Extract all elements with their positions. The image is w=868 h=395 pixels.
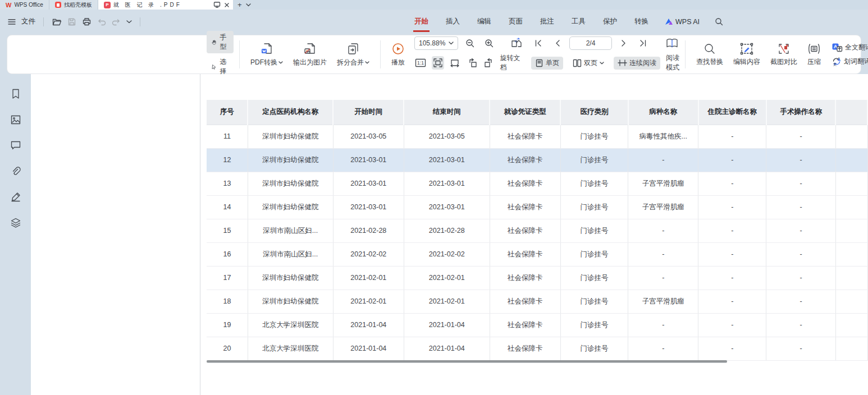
undo-button[interactable]	[97, 18, 106, 26]
table-row[interactable]: 16深圳市南山区妇...2021-02-022021-02-02社会保障卡门诊挂…	[207, 242, 867, 266]
quickbar-chevron-icon[interactable]	[126, 20, 132, 24]
screenshot-compare-button[interactable]: 截图对比	[765, 43, 802, 67]
ribbon-tab-page[interactable]: 页面	[508, 15, 524, 29]
table-cell	[835, 290, 867, 313]
table-cell: 11	[207, 125, 248, 148]
table-cell: 19	[207, 313, 248, 337]
zoom-in-button[interactable]	[482, 36, 496, 50]
ribbon-tab-insert[interactable]: 插入	[445, 15, 461, 29]
column-header: 住院主诊断名称	[698, 100, 766, 125]
compress-button[interactable]: 压缩	[802, 43, 826, 67]
pdf-convert-button[interactable]: PDF转换	[245, 42, 288, 67]
rotate-right-button[interactable]	[483, 56, 496, 70]
split-merge-button[interactable]: 拆分合并	[332, 42, 374, 67]
wps-ai-button[interactable]: WPS AI	[665, 18, 700, 26]
tab-list-chevron-icon[interactable]	[246, 3, 251, 7]
document-page[interactable]: 序号定点医药机构名称开始时间结束时间就诊凭证类型医疗类别病种名称住院主诊断名称手…	[200, 74, 868, 395]
read-mode-label[interactable]: 阅读模式	[666, 53, 679, 72]
file-menu[interactable]: 文件	[21, 17, 35, 26]
export-image-button[interactable]: 输出为图片	[288, 42, 332, 67]
split-merge-icon	[346, 42, 360, 56]
continuous-read-icon	[618, 59, 627, 67]
ribbon-search-icon[interactable]	[715, 17, 723, 26]
layers-panel-button[interactable]	[8, 215, 23, 230]
svg-text:A: A	[838, 58, 840, 62]
new-tab-button[interactable]: +	[237, 1, 242, 8]
table-row[interactable]: 19北京大学深圳医院2021-01-042021-01-04社会保障卡门诊挂号-…	[207, 313, 867, 337]
table-cell: -	[698, 219, 766, 242]
ribbon-tab-tools[interactable]: 工具	[570, 15, 587, 29]
bookmarks-panel-button[interactable]	[8, 86, 23, 101]
play-button[interactable]: 播放	[386, 42, 410, 67]
table-cell: 深圳市南山区妇...	[248, 242, 333, 266]
page-indicator-value: 2/4	[586, 39, 596, 47]
pdf-convert-label: PDF转换	[250, 58, 277, 67]
previous-page-button[interactable]	[550, 36, 565, 50]
comments-panel-button[interactable]	[8, 138, 23, 153]
table-cell: 社会保障卡	[490, 219, 560, 242]
next-page-button[interactable]	[616, 36, 631, 50]
single-page-button[interactable]: 单页	[531, 57, 563, 70]
print-button[interactable]	[82, 17, 92, 26]
full-translate-button[interactable]: A 全文翻译	[832, 43, 868, 52]
table-cell: 20	[207, 337, 248, 360]
tab-wps-office[interactable]: W WPS Office	[0, 0, 49, 10]
table-row[interactable]: 11深圳市妇幼保健院2021-03-052021-03-05社会保障卡门诊挂号病…	[207, 125, 867, 148]
signature-panel-button[interactable]	[8, 190, 23, 204]
word-translate-button[interactable]: 文A 划词翻译	[832, 57, 868, 66]
fit-page-button[interactable]	[432, 56, 445, 70]
rotate-left-button[interactable]	[466, 56, 479, 70]
table-row[interactable]: 20北京大学深圳医院2021-01-042021-01-04社会保障卡门诊挂号-…	[207, 337, 867, 360]
find-replace-button[interactable]: 查找替换	[691, 43, 728, 67]
table-cell: -	[628, 313, 698, 337]
select-tool-label: 选择	[220, 57, 229, 76]
save-button[interactable]	[67, 17, 76, 26]
ribbon-tab-edit[interactable]: 编辑	[476, 15, 492, 29]
thumbnails-panel-button[interactable]	[8, 112, 23, 127]
first-page-button[interactable]	[531, 36, 546, 50]
redo-button[interactable]	[112, 18, 121, 26]
column-header	[835, 100, 867, 125]
fit-width-button[interactable]	[449, 56, 462, 70]
svg-text:1:1: 1:1	[417, 60, 424, 66]
chevron-down-icon	[600, 62, 604, 65]
ribbon-tab-convert[interactable]: 转换	[633, 15, 650, 29]
double-page-button[interactable]: 双页	[569, 57, 608, 70]
table-row[interactable]: 14深圳市妇幼保健院2021-03-012021-03-01社会保障卡门诊挂号子…	[207, 195, 867, 219]
attachments-panel-button[interactable]	[8, 164, 23, 178]
table-row[interactable]: 15深圳市南山区妇...2021-02-282021-02-28社会保障卡门诊挂…	[207, 219, 867, 242]
ribbon-tab-protect[interactable]: 保护	[602, 15, 618, 29]
open-file-button[interactable]	[52, 17, 62, 26]
signature-pen-icon	[11, 192, 21, 202]
ribbon-tab-home[interactable]: 开始	[413, 15, 430, 29]
rotate-document-label[interactable]: 旋转文档	[500, 53, 524, 72]
edit-content-button[interactable]: 编辑内容	[728, 43, 765, 67]
detach-window-icon[interactable]	[213, 2, 221, 8]
tab-docer-template[interactable]: 找稻壳模板	[49, 0, 98, 10]
hamburger-menu-icon[interactable]	[8, 19, 16, 25]
full-translate-label: 全文翻译	[845, 43, 868, 52]
zoom-level-select[interactable]: 105.88%	[414, 36, 458, 50]
hand-tool-button[interactable]: 手型	[207, 31, 234, 53]
table-cell: 2021-03-01	[404, 172, 490, 195]
zoom-out-button[interactable]	[463, 36, 477, 50]
table-cell: 15	[207, 219, 248, 242]
table-cell	[835, 313, 867, 337]
read-mode-icon-button[interactable]	[665, 36, 679, 50]
ribbon-tab-comment[interactable]: 批注	[539, 15, 555, 29]
navigation-pane[interactable]	[31, 74, 200, 395]
tab-document-active[interactable]: P 就 医 记 录 .PDF	[98, 0, 233, 10]
page-number-input[interactable]: 2/4	[569, 36, 612, 50]
table-row[interactable]: 17深圳市妇幼保健院2021-02-012021-02-01社会保障卡门诊挂号-…	[207, 266, 867, 290]
table-bottom-scrollbar[interactable]	[207, 360, 727, 362]
continuous-read-button[interactable]: 连续阅读	[614, 57, 660, 70]
table-row[interactable]: 18深圳市妇幼保健院2021-02-012021-02-01社会保障卡门诊挂号子…	[207, 290, 867, 313]
actual-size-button[interactable]: 1:1	[414, 56, 427, 70]
close-tab-icon[interactable]	[224, 2, 230, 8]
table-row[interactable]: 12深圳市妇幼保健院2021-03-012021-03-01社会保障卡门诊挂号-…	[207, 148, 867, 172]
last-page-button[interactable]	[636, 36, 650, 50]
rotate-document-icon-button[interactable]	[509, 36, 523, 50]
table-cell: 2021-02-01	[404, 290, 490, 313]
table-row[interactable]: 13深圳市妇幼保健院2021-03-012021-03-01社会保障卡门诊挂号子…	[207, 172, 867, 195]
table-cell: 北京大学深圳医院	[248, 337, 333, 360]
